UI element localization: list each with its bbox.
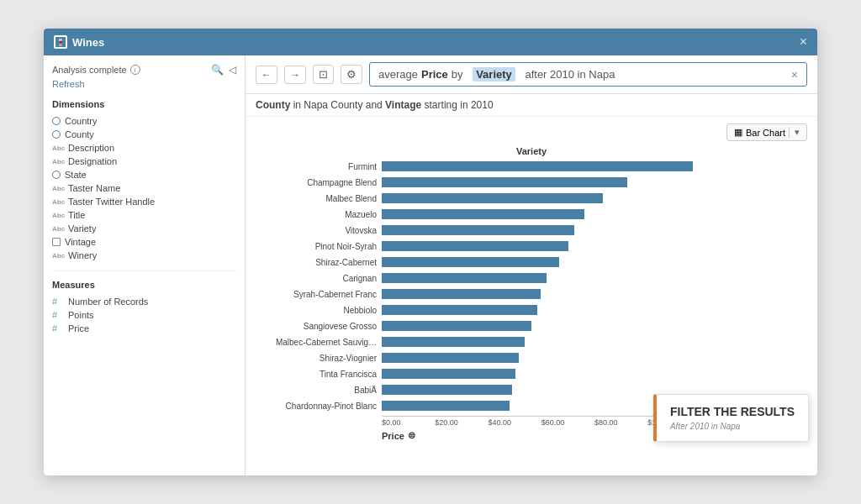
bar-track — [382, 273, 807, 283]
bar-fill — [382, 321, 531, 331]
dimension-label: State — [65, 170, 87, 180]
info-icon[interactable]: i — [130, 65, 140, 75]
bar-track — [382, 177, 807, 187]
x-tick: $20.00 — [435, 418, 488, 427]
sidebar-divider — [52, 270, 236, 271]
sidebar-dimension-item[interactable]: Country — [52, 114, 236, 128]
dimensions-list: CountryCountyAbcDescriptionAbcDesignatio… — [52, 114, 236, 262]
table-row: Pinot Noir-Syrah — [256, 239, 807, 253]
abc-icon: Abc — [52, 198, 64, 206]
abc-icon: Abc — [52, 185, 64, 192]
sidebar-actions: 🔍 ◁ — [211, 64, 236, 76]
bar-track — [382, 369, 807, 379]
table-row: Shiraz-Cabernet — [256, 255, 807, 269]
dimension-label: Taster Name — [68, 183, 120, 193]
x-tick: $40.00 — [489, 418, 541, 427]
search-bold: Price — [421, 68, 448, 81]
hash-icon: # — [52, 310, 64, 320]
settings-icon-btn[interactable]: ⚙ — [341, 65, 362, 84]
bar-track — [382, 257, 807, 267]
filter-popup-title: FILTER THE RESULTS — [670, 405, 795, 418]
sidebar-dimension-item[interactable]: Vintage — [52, 235, 236, 249]
sidebar-dimension-item[interactable]: AbcDescription — [52, 141, 236, 155]
chart-type-label: Bar Chart — [746, 128, 785, 138]
table-row: Syrah-Cabernet Franc — [256, 287, 807, 301]
bar-track — [382, 305, 807, 315]
abc-icon: Abc — [52, 225, 64, 233]
bar-fill — [382, 177, 627, 187]
dimension-label: Description — [68, 143, 114, 153]
dimension-label: Vintage — [65, 237, 96, 247]
sidebar-dimension-item[interactable]: AbcWinery — [52, 249, 236, 262]
table-row: Shiraz-Viognier — [256, 351, 807, 365]
bar-fill — [382, 257, 559, 267]
sidebar-dimension-item[interactable]: AbcTaster Name — [52, 181, 236, 195]
bar-label: Vitovska — [256, 226, 382, 235]
bar-label: Furmint — [256, 162, 382, 171]
measures-heading: Measures — [52, 280, 236, 290]
dimensions-heading: Dimensions — [52, 99, 236, 109]
bar-label: Chardonnay-Pinot Blanc — [256, 402, 382, 411]
table-row: Furmint — [256, 160, 807, 173]
hash-icon: # — [52, 323, 64, 333]
bar-label: BabiÄ — [256, 386, 382, 395]
sidebar-dimension-item[interactable]: AbcTitle — [52, 208, 236, 222]
abc-icon: Abc — [52, 144, 64, 152]
chart-type-icon: ▦ — [734, 127, 742, 138]
hash-icon: # — [52, 297, 64, 307]
dimension-label: Winery — [68, 250, 97, 260]
search-bar[interactable]: average Price by Variety after 2010 in N… — [369, 62, 807, 87]
main-window: 🍷 Wines × Analysis complete i 🔍 ◁ Refres… — [44, 29, 817, 475]
analysis-status: Analysis complete i — [52, 65, 140, 75]
table-row: Nebbiolo — [256, 303, 807, 317]
sidebar-dimension-item[interactable]: State — [52, 168, 236, 181]
bar-label: Champagne Blend — [256, 178, 382, 187]
table-row: Carignan — [256, 271, 807, 285]
chart-area: ▦ Bar Chart ▾ Variety FurmintChampagne B… — [246, 117, 817, 475]
filter-popup-subtitle: After 2010 in Napa — [670, 422, 795, 431]
x-tick: $0.00 — [382, 418, 435, 427]
filter-bold2: Vintage — [385, 99, 421, 111]
sidebar-dimension-item[interactable]: County — [52, 128, 236, 141]
chart-type-button[interactable]: ▦ Bar Chart ▾ — [726, 123, 807, 141]
bar-track — [382, 193, 807, 203]
sidebar: Analysis complete i 🔍 ◁ Refresh Dimensio… — [44, 55, 246, 475]
sidebar-dimension-item[interactable]: AbcDesignation — [52, 155, 236, 168]
bar-fill — [382, 161, 693, 171]
bar-fill — [382, 353, 519, 363]
table-row: Mazuelo — [256, 207, 807, 221]
sidebar-dimension-item[interactable]: AbcVariety — [52, 222, 236, 235]
measures-list: #Number of Records#Points#Price — [52, 295, 236, 335]
calendar-icon — [52, 238, 61, 246]
sidebar-measure-item[interactable]: #Number of Records — [52, 295, 236, 308]
search-clear-button[interactable]: × — [791, 68, 798, 81]
dimension-label: County — [65, 129, 94, 139]
dimension-label: Designation — [68, 156, 117, 166]
collapse-icon[interactable]: ◁ — [229, 64, 236, 76]
chart-type-selector: ▦ Bar Chart ▾ — [256, 123, 807, 141]
sidebar-measure-item[interactable]: #Price — [52, 322, 236, 335]
search-action-icon[interactable]: 🔍 — [211, 64, 224, 76]
bar-track — [382, 209, 807, 219]
bar-label: Nebbiolo — [256, 306, 382, 315]
bar-label: Shiraz-Cabernet — [256, 258, 382, 267]
measure-label: Points — [68, 310, 94, 320]
expand-icon-btn[interactable]: ⊡ — [313, 65, 334, 84]
table-row: Malbec Blend — [256, 192, 807, 205]
close-button[interactable]: × — [800, 35, 807, 49]
sidebar-measure-item[interactable]: #Points — [52, 308, 236, 322]
bar-fill — [382, 225, 574, 235]
filter-text2: starting in 2010 — [421, 99, 493, 111]
sidebar-dimension-item[interactable]: AbcTaster Twitter Handle — [52, 195, 236, 208]
forward-button[interactable]: → — [284, 66, 306, 84]
filter-bold1: County — [256, 99, 290, 111]
filter-bar: County in Napa County and Vintage starti… — [246, 94, 817, 117]
bars-container: FurmintChampagne BlendMalbec BlendMazuel… — [256, 160, 807, 412]
bar-label: Sangiovese Grosso — [256, 322, 382, 331]
back-button[interactable]: ← — [256, 66, 277, 84]
refresh-link[interactable]: Refresh — [52, 79, 236, 89]
bar-fill — [382, 241, 568, 251]
bar-fill — [382, 401, 510, 411]
bar-label: Shiraz-Viognier — [256, 354, 382, 363]
bar-fill — [382, 193, 603, 203]
